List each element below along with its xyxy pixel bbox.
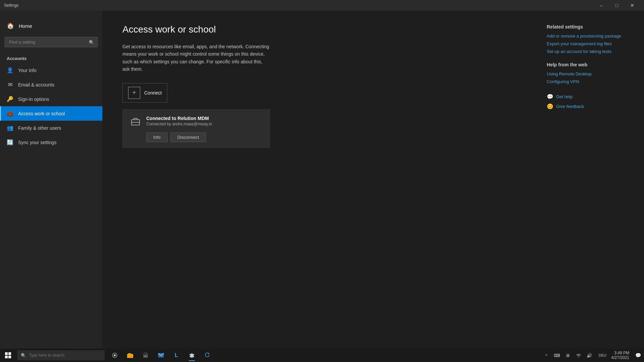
file-explorer-button[interactable] (123, 349, 138, 362)
clock-date: 4/27/2021 (611, 355, 629, 360)
app-container: 🏠 Home 🔍 Accounts 👤 Your info ✉ Email & … (0, 11, 644, 349)
sidebar-section-label: Accounts (0, 53, 102, 63)
connect-label: Connect (144, 90, 162, 96)
systray: ^ ⌨ 🖥 🔊 (539, 349, 597, 362)
sidebar-item-label-email-accounts: Email & accounts (18, 82, 54, 87)
sidebar-item-sync-settings[interactable]: 🔄 Sync your settings (0, 135, 102, 149)
maximize-button[interactable]: □ (609, 0, 625, 11)
language-badge[interactable]: DEU (597, 353, 608, 357)
settings-button[interactable] (184, 349, 199, 362)
systray-monitor[interactable]: 🖥 (563, 349, 573, 362)
family-icon: 👥 (7, 125, 13, 131)
store-button[interactable] (138, 349, 153, 362)
taskbar-search-input[interactable] (29, 353, 101, 358)
right-panel: Related settings Add or remove a provisi… (537, 11, 644, 349)
taskbar-icons: L (107, 349, 215, 362)
svg-point-7 (114, 354, 116, 356)
titlebar-controls: – □ ✕ (594, 0, 640, 11)
task-view-button[interactable] (107, 349, 122, 362)
access-work-icon: 💼 (7, 110, 13, 117)
get-help-link[interactable]: 💬 Get help (547, 94, 634, 100)
briefcase-icon (129, 115, 142, 127)
sync-icon: 🔄 (7, 139, 13, 145)
sidebar-item-sign-in-options[interactable]: 🔑 Sign-in options (0, 92, 102, 106)
sidebar-item-label-your-info: Your info (18, 68, 37, 73)
svg-rect-2 (5, 352, 8, 355)
connect-button[interactable]: + Connect (122, 83, 167, 103)
lynda-button[interactable]: L (169, 349, 184, 362)
page-title: Access work or school (122, 24, 517, 35)
sidebar-item-label-access-work: Access work or school (18, 111, 65, 116)
connected-title: Connected to Relution MDM (146, 116, 212, 121)
sidebar-item-label-sign-in: Sign-in options (18, 97, 49, 102)
home-icon: 🏠 (7, 22, 14, 29)
get-help-label: Get help (556, 94, 573, 99)
sidebar-home-label: Home (19, 23, 32, 29)
sidebar-item-label-sync: Sync your settings (18, 140, 56, 145)
related-settings-title: Related settings (547, 24, 634, 29)
main-content: Access work or school Get access to reso… (102, 11, 537, 349)
related-link-taking-tests[interactable]: Set up an account for taking tests (547, 49, 634, 54)
svg-rect-5 (8, 356, 11, 358)
svg-point-10 (145, 356, 146, 357)
help-from-web-title: Help from the web (547, 62, 634, 67)
connect-plus-icon: + (128, 87, 140, 99)
taskbar-search-icon: 🔍 (21, 353, 26, 358)
connected-info: Connected to Relution MDM Connected by a… (146, 116, 212, 126)
sidebar: 🏠 Home 🔍 Accounts 👤 Your info ✉ Email & … (0, 11, 102, 349)
sidebar-item-family-other-users[interactable]: 👥 Family & other users (0, 121, 102, 135)
page-description: Get access to resources like email, apps… (122, 43, 270, 73)
give-feedback-label: Give feedback (556, 104, 584, 109)
svg-rect-3 (8, 352, 11, 355)
taskbar-search-box[interactable]: 🔍 (17, 350, 105, 360)
your-info-icon: 👤 (7, 67, 13, 73)
sidebar-item-access-work-school[interactable]: 💼 Access work or school (0, 106, 102, 121)
email-accounts-icon: ✉ (7, 81, 13, 88)
related-link-provisioning[interactable]: Add or remove a provisioning package (547, 34, 634, 39)
connected-header: Connected to Relution MDM Connected by a… (129, 115, 263, 127)
svg-rect-4 (5, 356, 8, 358)
connected-card: Connected to Relution MDM Connected by a… (122, 109, 270, 148)
help-link-vpn[interactable]: Configuring VPN (547, 79, 634, 84)
sidebar-item-label-family: Family & other users (18, 125, 61, 131)
get-help-icon: 💬 (547, 94, 553, 100)
help-link-remote-desktop[interactable]: Using Remote Desktop (547, 71, 634, 76)
notification-center-button[interactable]: 💬 (632, 349, 644, 362)
search-box-container: 🔍 (5, 37, 98, 47)
taskbar-clock[interactable]: 3:49 PM 4/27/2021 (608, 349, 632, 362)
sidebar-home[interactable]: 🏠 Home (0, 17, 102, 34)
connected-buttons: Info Disconnect (129, 132, 263, 142)
systray-keyboard[interactable]: ⌨ (552, 349, 562, 362)
titlebar: Settings – □ ✕ (0, 0, 644, 11)
sign-in-icon: 🔑 (7, 96, 13, 102)
mail-button[interactable] (154, 349, 168, 362)
svg-rect-8 (127, 354, 133, 358)
systray-expand[interactable]: ^ (542, 349, 551, 362)
systray-wifi[interactable] (574, 349, 583, 362)
minimize-button[interactable]: – (594, 0, 609, 11)
clock-time: 3:49 PM (614, 351, 629, 355)
sidebar-item-email-accounts[interactable]: ✉ Email & accounts (0, 77, 102, 92)
sync-taskbar-button[interactable] (200, 349, 215, 362)
search-icon: 🔍 (89, 40, 94, 45)
sidebar-item-your-info[interactable]: 👤 Your info (0, 63, 102, 77)
close-button[interactable]: ✕ (625, 0, 640, 11)
connected-subtitle: Connected by andre.maas@mway.io (146, 122, 212, 126)
systray-volume[interactable]: 🔊 (585, 349, 594, 362)
related-link-management-log[interactable]: Export your management log files (547, 41, 634, 46)
info-button[interactable]: Info (146, 132, 168, 142)
search-input[interactable] (5, 37, 98, 47)
titlebar-title: Settings (4, 3, 594, 8)
taskbar: 🔍 (0, 349, 644, 362)
give-feedback-link[interactable]: 😊 Give feedback (547, 103, 634, 110)
disconnect-button[interactable]: Disconnect (170, 132, 206, 142)
start-button[interactable] (0, 349, 16, 362)
give-feedback-icon: 😊 (547, 103, 553, 110)
